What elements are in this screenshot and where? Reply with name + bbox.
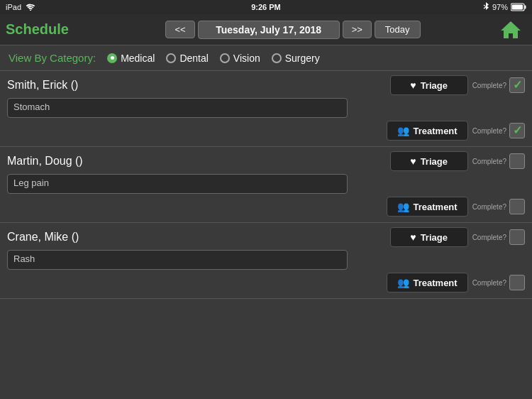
treatment-complete-area-2: Complete? [472,275,525,290]
radio-dental[interactable]: Dental [166,53,208,64]
triage-complete-area-0: Complete? ✓ [472,77,525,93]
radio-circle-medical [107,53,117,63]
radio-medical[interactable]: Medical [107,53,155,64]
triage-complete-label-2: Complete? [472,234,506,241]
svg-marker-3 [501,21,521,38]
patient-name-2: Crane, Mike () [7,231,79,244]
triage-complete-label-1: Complete? [472,158,506,165]
treatment-icon-0: 👥 [397,125,409,136]
patient-block-2: Crane, Mike () ♥ Triage Complete? Rash [0,223,532,299]
triage-complete-label-0: Complete? [472,82,506,89]
next-button[interactable]: >> [343,21,372,38]
radio-label-dental: Dental [179,53,208,64]
patient-block-1: Martin, Doug () ♥ Triage Complete? Leg p… [0,147,532,223]
triage-label-0: Triage [421,80,448,91]
category-bar: View By Category: Medical Dental Vision … [0,45,532,71]
status-bar: iPad 9:26 PM 97% [0,0,532,14]
triage-icon-2: ♥ [410,231,416,243]
status-time: 9:26 PM [251,3,281,11]
bluetooth-icon [482,2,489,12]
treatment-checkbox-1[interactable] [509,199,525,214]
triage-checkbox-2[interactable] [509,229,525,245]
patient-name-0: Smith, Erick () [7,79,78,92]
patient-row-triage-0: Smith, Erick () ♥ Triage Complete? ✓ [7,75,525,95]
radio-circle-dental [166,53,176,63]
treatment-checkmark-0: ✓ [513,125,522,136]
triage-checkbox-1[interactable] [509,153,525,169]
home-button[interactable] [495,17,526,43]
patient-name-1: Martin, Doug () [7,155,83,168]
triage-checkmark-0: ✓ [513,80,522,91]
home-icon [499,18,522,41]
treatment-label-1: Treatment [414,202,458,212]
radio-vision[interactable]: Vision [220,53,260,64]
status-right: 97% [482,2,526,12]
wifi-icon [26,4,35,11]
treatment-icon-2: 👥 [397,277,409,288]
treatment-action-0: 👥 Treatment Complete? ✓ [387,121,526,141]
triage-button-2[interactable]: ♥ Triage [390,227,468,247]
svg-rect-2 [512,5,523,10]
triage-icon-0: ♥ [410,80,416,91]
patient-block-0: Smith, Erick () ♥ Triage Complete? ✓ Sto… [0,71,532,147]
patient-list: Smith, Erick () ♥ Triage Complete? ✓ Sto… [0,71,532,399]
battery-label: 97% [492,3,508,11]
triage-label-1: Triage [421,156,448,167]
radio-surgery[interactable]: Surgery [272,53,320,64]
radio-circle-vision [220,53,230,63]
triage-checkbox-0[interactable]: ✓ [509,77,525,93]
date-display: Tuesday, July 17, 2018 [198,21,340,39]
treatment-action-1: 👥 Treatment Complete? [387,197,526,217]
treatment-complete-label-1: Complete? [472,203,506,211]
svg-rect-1 [525,6,526,9]
triage-label-2: Triage [421,232,448,243]
treatment-action-2: 👥 Treatment Complete? [387,273,526,293]
treatment-checkbox-0[interactable]: ✓ [509,123,525,138]
treatment-complete-area-0: Complete? ✓ [472,123,525,138]
treatment-button-2[interactable]: 👥 Treatment [387,273,468,293]
radio-circle-surgery [272,53,282,63]
treatment-complete-label-0: Complete? [472,127,506,135]
patient-row-treatment-2: 👥 Treatment Complete? [7,273,525,293]
treatment-button-1[interactable]: 👥 Treatment [387,197,468,217]
patient-row-treatment-0: 👥 Treatment Complete? ✓ [7,121,525,141]
radio-label-vision: Vision [233,53,260,64]
symptom-box-1: Leg pain [7,174,348,194]
treatment-label-2: Treatment [414,278,458,288]
patient-row-triage-1: Martin, Doug () ♥ Triage Complete? [7,151,525,171]
triage-button-0[interactable]: ♥ Triage [390,75,468,95]
triage-complete-area-2: Complete? [472,229,525,245]
symptom-box-0: Stomach [7,98,348,118]
nav-controls: << Tuesday, July 17, 2018 >> Today [91,21,495,39]
symptom-box-2: Rash [7,250,348,270]
treatment-checkbox-2[interactable] [509,275,525,290]
patient-row-triage-2: Crane, Mike () ♥ Triage Complete? [7,227,525,247]
treatment-button-0[interactable]: 👥 Treatment [387,121,468,141]
battery-icon [511,3,526,11]
triage-action-0: ♥ Triage Complete? ✓ [390,75,525,95]
triage-action-1: ♥ Triage Complete? [390,151,525,171]
status-left: iPad [6,3,35,11]
category-label: View By Category: [9,52,96,64]
triage-button-1[interactable]: ♥ Triage [390,151,468,171]
radio-label-surgery: Surgery [285,53,320,64]
app-title: Schedule [6,21,91,38]
radio-label-medical: Medical [121,53,155,64]
treatment-label-0: Treatment [414,126,458,136]
ipad-label: iPad [6,3,21,11]
prev-button[interactable]: << [165,21,194,38]
triage-complete-area-1: Complete? [472,153,525,169]
today-button[interactable]: Today [375,21,421,38]
treatment-complete-label-2: Complete? [472,279,506,287]
treatment-complete-area-1: Complete? [472,199,525,214]
patient-row-treatment-1: 👥 Treatment Complete? [7,197,525,217]
triage-icon-1: ♥ [410,155,416,167]
triage-action-2: ♥ Triage Complete? [390,227,525,247]
header: Schedule << Tuesday, July 17, 2018 >> To… [0,14,532,45]
treatment-icon-1: 👥 [397,201,409,212]
